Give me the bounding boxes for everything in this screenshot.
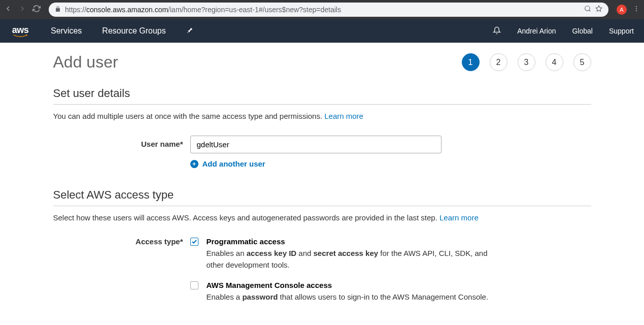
- step-5[interactable]: 5: [573, 53, 591, 71]
- zoom-icon[interactable]: [584, 5, 591, 14]
- kebab-menu-icon[interactable]: [633, 5, 640, 14]
- page-title: Add user: [53, 53, 118, 72]
- learn-more-link[interactable]: Learn more: [439, 213, 479, 222]
- forward-button[interactable]: [18, 5, 26, 15]
- learn-more-link[interactable]: Learn more: [324, 112, 363, 120]
- profile-avatar[interactable]: A: [617, 5, 627, 15]
- access-type-label: Access type*: [53, 237, 190, 246]
- bell-icon[interactable]: [493, 26, 501, 36]
- step-1[interactable]: 1: [462, 53, 480, 71]
- section-heading-details: Set user details: [53, 87, 591, 105]
- console-access-title: AWS Management Console access: [207, 281, 498, 289]
- section-description-details: You can add multiple users at once with …: [53, 112, 591, 120]
- plus-icon: +: [190, 160, 198, 168]
- console-access-checkbox[interactable]: [190, 281, 198, 289]
- main-content: Add user 1 2 3 4 5 Set user details You …: [0, 43, 644, 325]
- reload-button[interactable]: [32, 5, 41, 15]
- lock-icon: [55, 5, 61, 14]
- svg-point-3: [636, 10, 637, 11]
- svg-point-2: [636, 8, 637, 9]
- url-text: https://console.aws.amazon.com/iam/home?…: [65, 6, 580, 14]
- username-input[interactable]: [190, 136, 442, 153]
- username-label: User name*: [53, 136, 190, 148]
- console-access-desc: Enables a password that allows users to …: [207, 291, 498, 303]
- section-description-access: Select how these users will access AWS. …: [53, 213, 591, 222]
- address-bar[interactable]: https://console.aws.amazon.com/iam/home?…: [49, 3, 608, 17]
- aws-header: aws Services Resource Groups Andrei Ario…: [0, 19, 644, 43]
- aws-logo[interactable]: aws: [10, 25, 30, 38]
- svg-point-0: [585, 6, 590, 11]
- user-menu[interactable]: Andrei Arion: [517, 27, 556, 35]
- browser-toolbar: https://console.aws.amazon.com/iam/home?…: [0, 0, 644, 19]
- programmatic-access-checkbox[interactable]: [190, 238, 198, 246]
- support-menu[interactable]: Support: [609, 27, 634, 35]
- section-heading-access: Select AWS access type: [53, 188, 591, 206]
- star-icon[interactable]: [595, 5, 602, 14]
- resource-groups-menu[interactable]: Resource Groups: [102, 26, 165, 36]
- add-another-user-button[interactable]: + Add another user: [190, 159, 442, 168]
- back-button[interactable]: [4, 5, 12, 15]
- svg-point-1: [636, 6, 637, 7]
- programmatic-access-title: Programmatic access: [207, 237, 498, 246]
- services-menu[interactable]: Services: [51, 26, 82, 36]
- step-3[interactable]: 3: [518, 53, 535, 71]
- pin-icon[interactable]: [186, 27, 193, 36]
- step-2[interactable]: 2: [490, 53, 507, 71]
- programmatic-access-desc: Enables an access key ID and secret acce…: [207, 248, 498, 271]
- step-4[interactable]: 4: [546, 53, 563, 71]
- region-menu[interactable]: Global: [572, 27, 592, 35]
- wizard-steps: 1 2 3 4 5: [462, 53, 591, 71]
